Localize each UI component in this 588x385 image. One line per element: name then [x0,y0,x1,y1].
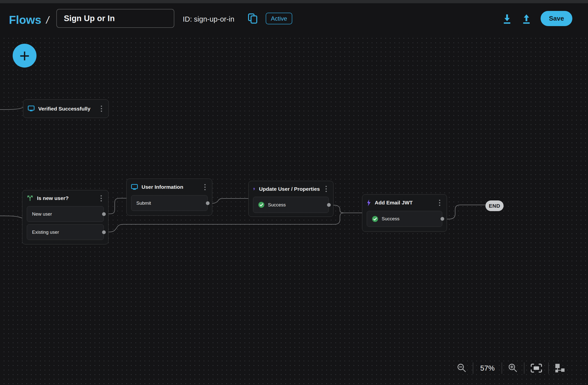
option-label: Success [268,202,286,208]
option-success[interactable]: Success [253,197,329,213]
divider [502,362,502,374]
zoom-out-button[interactable] [457,363,467,373]
node-add-email-jwt[interactable]: Add Email JWT Success [362,194,447,232]
download-flow-button[interactable] [502,14,512,24]
monitor-icon [28,106,35,112]
option-existing-user[interactable]: Existing user [27,224,104,240]
fit-view-button[interactable] [530,364,542,373]
node-title: Verified Successfully [38,106,90,112]
kebab-menu-icon[interactable] [99,104,104,113]
node-title: Update User / Properties [259,186,320,192]
plus-icon: + [19,46,30,66]
node-is-new-user[interactable]: Is new user? New user Existing user [22,190,109,244]
connector-port[interactable] [327,203,331,207]
node-title: Add Email JWT [375,200,413,206]
connector-port[interactable] [206,201,210,205]
node-update-user-properties[interactable]: Update User / Properties Success [248,181,333,217]
divider [473,362,473,374]
option-success[interactable]: Success [367,211,442,227]
add-node-button[interactable]: + [13,44,37,68]
zoom-level-text: 57% [479,364,496,372]
option-label: Existing user [32,230,59,235]
lightning-icon [367,199,371,206]
kebab-menu-icon[interactable] [324,184,329,193]
header-bar: Flows / ID: sign-up-or-in Active Sa [0,3,588,35]
option-label: Success [382,216,400,222]
fit-view-icon [530,364,542,373]
kebab-menu-icon[interactable] [437,198,442,207]
upload-flow-button[interactable] [522,14,531,24]
save-button[interactable]: Save [541,11,572,26]
node-title: Is new user? [37,195,69,201]
breadcrumb-flows-link[interactable]: Flows [9,13,41,27]
status-badge[interactable]: Active [266,13,292,24]
top-strip [0,0,588,3]
auto-layout-button[interactable] [555,363,565,373]
lightning-icon [253,186,255,192]
node-end[interactable]: END [485,200,504,211]
flow-editor: Flows / ID: sign-up-or-in Active Sa [0,0,588,385]
divider [524,362,524,374]
check-circle-icon [258,202,264,208]
check-circle-icon [372,216,378,222]
option-label: New user [32,211,52,217]
download-icon [502,14,512,24]
option-new-user[interactable]: New user [27,206,104,222]
monitor-icon [131,184,138,190]
auto-layout-icon [555,363,565,373]
node-user-information[interactable]: User Information Submit [126,179,212,216]
zoom-in-button[interactable] [508,363,518,373]
copy-icon [248,13,258,24]
breadcrumb-separator: / [46,15,49,26]
copy-flow-id-button[interactable] [248,13,258,24]
divider [548,362,549,374]
flow-name-input[interactable] [56,9,174,28]
zoom-controls: 57% [457,361,565,376]
kebab-menu-icon[interactable] [99,194,104,203]
magnifier-plus-icon [508,363,518,373]
connector-port[interactable] [102,212,106,216]
connector-port[interactable] [102,230,106,234]
kebab-menu-icon[interactable] [202,183,208,192]
node-verified-successfully[interactable]: Verified Successfully [23,99,109,118]
connector-port[interactable] [441,217,444,221]
flow-id-text: ID: sign-up-or-in [183,15,234,23]
option-label: Submit [136,200,151,206]
magnifier-minus-icon [457,363,467,373]
upload-icon [522,14,531,24]
branch-icon [27,195,33,201]
option-submit[interactable]: Submit [131,195,208,211]
node-title: User Information [142,184,183,190]
